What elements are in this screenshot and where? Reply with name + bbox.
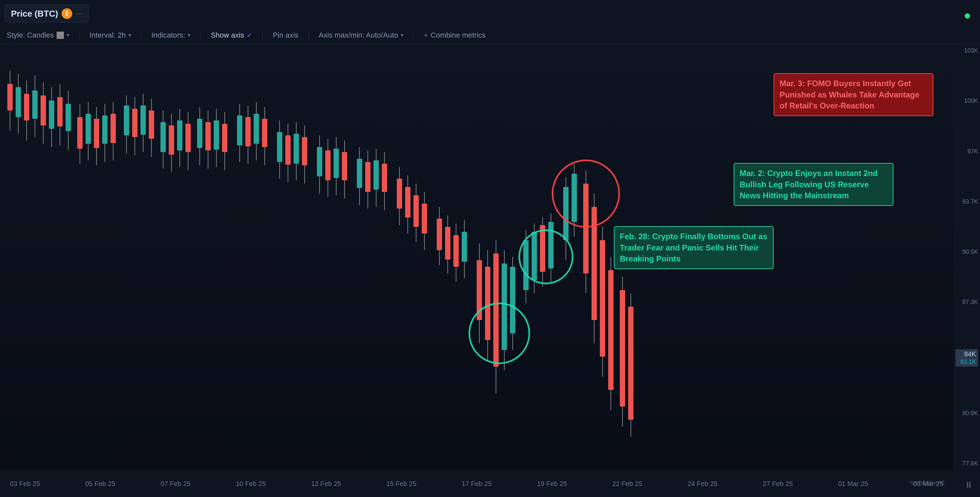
- svg-rect-14: [57, 97, 62, 126]
- svg-rect-24: [102, 116, 108, 144]
- axis-maxmin-chevron: ▾: [401, 32, 403, 38]
- svg-rect-96: [453, 235, 459, 267]
- combine-plus-icon: +: [424, 31, 428, 40]
- indicators-selector[interactable]: Indicators: ▾: [151, 31, 191, 40]
- y-axis-873k: 87.3K: [955, 299, 978, 306]
- svg-rect-122: [583, 184, 589, 273]
- style-selector[interactable]: Style: Candles ▾: [7, 31, 69, 40]
- svg-rect-48: [214, 121, 219, 150]
- y-axis-97k: 97K: [955, 148, 978, 155]
- svg-rect-50: [222, 124, 228, 152]
- x-label-feb05: 05 Feb 25: [85, 480, 115, 488]
- x-label-feb15: 15 Feb 25: [387, 480, 417, 488]
- svg-rect-98: [462, 232, 467, 262]
- x-label-feb12: 12 Feb 25: [311, 480, 341, 488]
- axis-maxmin-label: Axis max/min: Auto/Auto: [319, 31, 398, 40]
- svg-rect-86: [405, 187, 410, 218]
- x-label-feb19: 19 Feb 25: [537, 480, 567, 488]
- svg-rect-80: [374, 160, 379, 190]
- svg-rect-18: [77, 117, 83, 149]
- svg-rect-92: [437, 219, 442, 250]
- svg-rect-106: [502, 264, 507, 350]
- svg-rect-66: [302, 137, 307, 165]
- svg-rect-110: [523, 240, 529, 290]
- svg-rect-72: [334, 149, 339, 178]
- interval-selector[interactable]: Interval: 2h ▾: [89, 31, 131, 40]
- svg-rect-82: [382, 164, 387, 192]
- svg-rect-6: [24, 94, 29, 121]
- candlestick-chart: [0, 44, 953, 470]
- chart-toolbar: Style: Candles ▾ Interval: 2h ▾ Indicato…: [0, 27, 980, 44]
- online-indicator: [965, 13, 970, 19]
- x-label-feb24: 24 Feb 25: [687, 480, 718, 488]
- svg-rect-84: [397, 179, 402, 209]
- svg-rect-76: [357, 159, 362, 188]
- pause-button[interactable]: ⏸: [964, 480, 973, 491]
- y-axis-84k-current: 84K83.1K: [955, 349, 978, 367]
- svg-rect-114: [540, 225, 545, 272]
- color-swatch[interactable]: [57, 32, 64, 39]
- svg-rect-130: [620, 290, 625, 406]
- svg-rect-88: [414, 195, 419, 227]
- svg-rect-38: [169, 125, 174, 155]
- svg-rect-34: [149, 110, 154, 139]
- pin-axis-label: Pin axis: [273, 31, 298, 40]
- metric-menu-button[interactable]: ⋯: [76, 10, 82, 17]
- svg-rect-126: [600, 240, 605, 357]
- svg-rect-128: [608, 270, 614, 390]
- svg-rect-12: [49, 100, 54, 129]
- show-axis-toggle[interactable]: Show axis ✓: [211, 31, 252, 40]
- svg-rect-94: [445, 227, 450, 259]
- indicators-chevron: ▾: [188, 32, 190, 38]
- svg-rect-10: [41, 95, 46, 125]
- x-label-feb07: 07 Feb 25: [161, 480, 190, 488]
- svg-rect-30: [132, 109, 137, 137]
- metric-label[interactable]: Price (BTC) ₿ ⋯: [5, 5, 89, 22]
- show-axis-label: Show axis: [211, 31, 244, 40]
- axis-maxmin-selector[interactable]: Axis max/min: Auto/Auto ▾: [319, 31, 403, 40]
- svg-rect-60: [277, 132, 282, 162]
- svg-rect-56: [254, 114, 259, 144]
- svg-rect-20: [86, 114, 91, 144]
- svg-rect-36: [161, 122, 166, 152]
- toolbar-sep-2: [141, 30, 142, 40]
- svg-rect-116: [548, 222, 554, 268]
- svg-rect-40: [177, 121, 183, 150]
- interval-label: Interval: 2h: [89, 31, 126, 40]
- svg-rect-32: [140, 105, 146, 135]
- svg-rect-16: [65, 104, 71, 131]
- y-axis-776k: 77.6K: [955, 460, 978, 467]
- style-label: Style: Candles: [7, 31, 54, 40]
- x-label-feb10: 10 Feb 25: [236, 480, 266, 488]
- y-axis-937k: 93.7K: [955, 198, 978, 205]
- svg-rect-78: [365, 162, 371, 192]
- combine-metrics-button[interactable]: + Combine metrics: [424, 31, 486, 40]
- x-label-feb17: 17 Feb 25: [462, 480, 492, 488]
- svg-rect-124: [592, 207, 597, 320]
- svg-rect-132: [628, 307, 633, 420]
- y-axis-100k: 100K: [955, 97, 978, 105]
- svg-rect-46: [205, 122, 211, 150]
- x-label-feb03: 03 Feb 25: [10, 480, 40, 488]
- svg-rect-58: [262, 119, 267, 147]
- toolbar-sep-6: [414, 30, 414, 40]
- svg-rect-90: [422, 203, 427, 233]
- svg-rect-102: [485, 267, 490, 340]
- svg-rect-120: [571, 174, 577, 222]
- svg-rect-44: [197, 119, 202, 148]
- svg-rect-108: [510, 267, 515, 333]
- svg-rect-118: [563, 187, 568, 240]
- svg-rect-28: [124, 105, 129, 135]
- interval-chevron: ▾: [129, 32, 131, 38]
- svg-rect-2: [7, 84, 13, 110]
- svg-rect-74: [342, 152, 347, 180]
- show-axis-check: ✓: [247, 31, 252, 39]
- style-chevron: ▾: [67, 32, 69, 38]
- indicators-label: Indicators:: [151, 31, 185, 40]
- pin-axis-toggle[interactable]: Pin axis: [273, 31, 298, 40]
- chart-container: Price (BTC) ₿ ⋯ Style: Candles ▾ Interva…: [0, 0, 980, 497]
- svg-rect-64: [294, 134, 299, 164]
- svg-rect-4: [16, 87, 21, 117]
- combine-metrics-label: Combine metrics: [431, 31, 486, 40]
- x-label-feb22: 22 Feb 25: [612, 480, 642, 488]
